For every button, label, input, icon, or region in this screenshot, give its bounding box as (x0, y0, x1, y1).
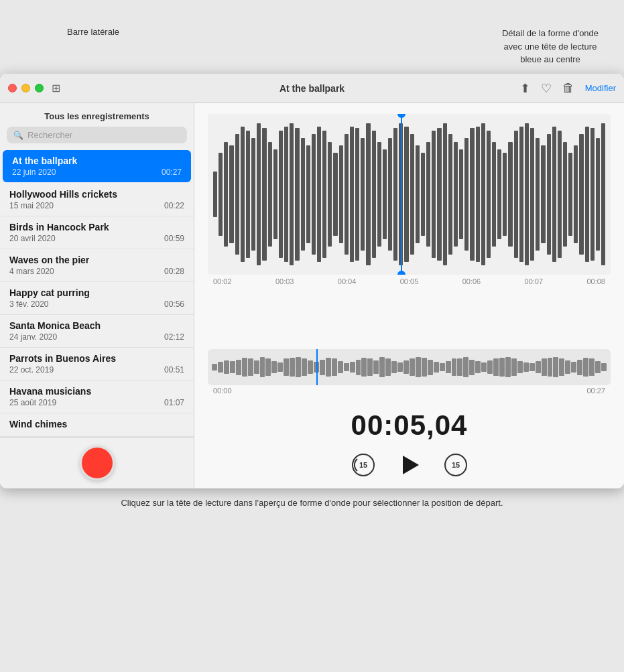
rec-date: 20 avril 2020 (9, 234, 56, 243)
rec-date: 22 juin 2020 (12, 167, 56, 177)
timeline-mark: 00:04 (338, 277, 357, 285)
waveform-canvas[interactable] (208, 114, 611, 275)
rec-meta: 3 fév. 2020 00:56 (9, 299, 184, 309)
rec-meta: 22 oct. 2019 00:51 (9, 365, 184, 375)
waveform-bars (208, 114, 611, 275)
toolbar-actions: ⬆ ♡ 🗑 Modifier (520, 81, 616, 96)
rec-meta: 22 juin 2020 00:27 (12, 167, 182, 177)
rec-duration: 00:59 (164, 234, 184, 243)
recording-item[interactable]: Havana musicians 25 août 2019 01:07 (0, 381, 194, 413)
waveform-timeline: 00:0200:0300:0400:0500:0600:0700:08 (208, 275, 611, 288)
rec-date: 15 mai 2020 (9, 201, 54, 210)
maximize-button[interactable] (35, 84, 44, 92)
forward-button[interactable]: 15 (443, 452, 469, 478)
annotation-bottom: Cliquez sur la tête de lecture dans l'ap… (121, 496, 503, 510)
modify-button[interactable]: Modifier (585, 83, 616, 93)
timeline-mark: 00:03 (275, 277, 294, 285)
search-icon: 🔍 (13, 131, 23, 140)
share-icon[interactable]: ⬆ (520, 81, 530, 96)
close-button[interactable] (8, 84, 17, 92)
rec-duration: 01:07 (164, 398, 184, 407)
traffic-lights (8, 84, 44, 92)
recordings-list: At the ballpark 22 juin 2020 00:27 Holly… (0, 149, 194, 437)
favorite-icon[interactable]: ♡ (541, 81, 552, 96)
record-button[interactable] (80, 446, 115, 480)
recording-item[interactable]: Santa Monica Beach 24 janv. 2020 02:12 (0, 315, 194, 348)
rec-duration: 00:27 (162, 167, 182, 177)
waveform-overview-container: 00:0000:27 (194, 344, 624, 401)
rec-date: 25 août 2019 (9, 398, 56, 407)
rec-duration: 00:28 (164, 267, 184, 276)
window-title: At the ballpark (279, 83, 345, 94)
rec-title: Santa Monica Beach (9, 320, 184, 331)
playhead-line[interactable] (401, 114, 402, 275)
rec-duration: 00:56 (164, 299, 184, 309)
overview-bars (208, 349, 611, 385)
rec-meta: 25 août 2019 01:07 (9, 398, 184, 407)
rewind-button[interactable]: 15 (351, 452, 376, 478)
sidebar-header: Tous les enregistrements (0, 103, 194, 127)
rec-duration: 02:12 (164, 332, 184, 342)
waveform-detail[interactable]: 00:0200:0300:0400:0500:0600:0700:08 (194, 103, 624, 344)
rec-title: Parrots in Buenos Aires (9, 353, 184, 364)
timeline-mark: 00:08 (586, 277, 605, 285)
sidebar: Tous les enregistrements 🔍 Rechercher At… (0, 103, 194, 488)
svg-marker-2 (403, 456, 419, 474)
player-area: 00:0200:0300:0400:0500:0600:0700:08 00:0… (194, 103, 624, 488)
recording-item[interactable]: Waves on the pier 4 mars 2020 00:28 (0, 249, 194, 282)
play-button[interactable] (397, 453, 422, 477)
sidebar-toggle-icon[interactable]: ⊞ (52, 82, 60, 94)
record-button-inner (90, 456, 104, 470)
overview-mark: 00:27 (586, 387, 605, 395)
rec-duration: 00:51 (164, 365, 184, 375)
rec-date: 4 mars 2020 (9, 267, 54, 276)
recording-item[interactable]: At the ballpark 22 juin 2020 00:27 (3, 150, 191, 182)
playback-controls: 15 15 (194, 447, 624, 488)
timeline-mark: 00:07 (525, 277, 544, 285)
search-placeholder: Rechercher (27, 130, 72, 140)
rec-title: Hollywood Hills crickets (9, 189, 184, 200)
rec-meta: 4 mars 2020 00:28 (9, 267, 184, 276)
rec-meta: 24 janv. 2020 02:12 (9, 332, 184, 342)
title-bar: ⊞ At the ballpark ⬆ ♡ 🗑 Modifier (0, 74, 624, 103)
rec-title: Wind chimes (9, 419, 184, 429)
search-bar[interactable]: 🔍 Rechercher (7, 127, 187, 143)
overview-timeline: 00:0000:27 (208, 385, 611, 396)
app-window: ⊞ At the ballpark ⬆ ♡ 🗑 Modifier Tous le… (0, 74, 624, 488)
rec-title: Happy cat purring (9, 287, 184, 298)
timeline-mark: 00:06 (462, 277, 481, 285)
recording-item[interactable]: Happy cat purring 3 fév. 2020 00:56 (0, 282, 194, 315)
svg-text:15: 15 (451, 461, 459, 469)
overview-mark: 00:00 (213, 387, 232, 395)
rec-meta: 15 mai 2020 00:22 (9, 201, 184, 210)
timeline-mark: 00:05 (400, 277, 419, 285)
rec-title: At the ballpark (12, 155, 182, 166)
rec-title: Birds in Hancock Park (9, 222, 184, 232)
time-display: 00:05,04 (194, 401, 624, 447)
main-content: Tous les enregistrements 🔍 Rechercher At… (0, 103, 624, 488)
rec-duration: 00:22 (164, 201, 184, 210)
annotation-sidebar-label: Barre latérale (67, 27, 119, 37)
rec-date: 3 fév. 2020 (9, 299, 49, 309)
rec-date: 24 janv. 2020 (9, 332, 57, 342)
recording-item[interactable]: Parrots in Buenos Aires 22 oct. 2019 00:… (0, 348, 194, 381)
overview-playhead[interactable] (316, 349, 318, 385)
timeline-mark: 00:02 (213, 277, 232, 285)
recording-item[interactable]: Hollywood Hills crickets 15 mai 2020 00:… (0, 184, 194, 216)
delete-icon[interactable]: 🗑 (562, 81, 574, 95)
rec-date: 22 oct. 2019 (9, 365, 54, 375)
recording-item[interactable]: Wind chimes (0, 413, 194, 437)
sidebar-footer (0, 437, 194, 488)
svg-text:15: 15 (359, 461, 367, 469)
rec-title: Havana musicians (9, 386, 184, 397)
recording-item[interactable]: Birds in Hancock Park 20 avril 2020 00:5… (0, 216, 194, 249)
minimize-button[interactable] (21, 84, 30, 92)
rec-meta: 20 avril 2020 00:59 (9, 234, 184, 243)
waveform-overview[interactable] (208, 349, 611, 385)
rec-title: Waves on the pier (9, 255, 184, 265)
playhead-bottom-handle[interactable] (397, 271, 405, 275)
annotation-waveform-label: Détail de la forme d'onde avec une tête … (477, 27, 624, 66)
